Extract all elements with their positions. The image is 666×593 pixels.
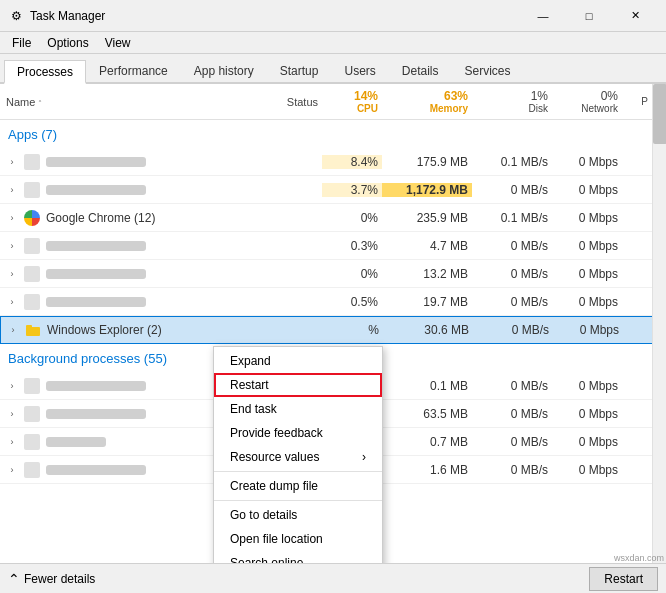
cell-name: › [2, 294, 242, 310]
sort-arrow-icon: ˄ [38, 99, 42, 108]
cell-memory: 1,172.9 MB [382, 183, 472, 197]
cell-name: › Windows Explorer (2) [3, 322, 243, 338]
expand-icon[interactable]: › [6, 408, 18, 420]
menu-bar: File Options View [0, 32, 666, 54]
cell-name: › [2, 462, 242, 478]
expand-icon[interactable]: › [6, 268, 18, 280]
cell-memory: 13.2 MB [382, 267, 472, 281]
ctx-provide-feedback[interactable]: Provide feedback [214, 421, 382, 445]
tab-services[interactable]: Services [452, 58, 524, 82]
col-disk[interactable]: 1% Disk [472, 89, 552, 114]
explorer-icon [25, 322, 41, 338]
submenu-arrow-icon: › [362, 450, 366, 464]
window-controls: — □ ✕ [520, 0, 658, 32]
tab-processes[interactable]: Processes [4, 60, 86, 84]
app-icon-placeholder [24, 238, 40, 254]
app-icon-placeholder [24, 434, 40, 450]
cell-cpu: 0.5% [322, 295, 382, 309]
memory-percent: 63% [386, 89, 468, 103]
ctx-open-file-location[interactable]: Open file location [214, 527, 382, 551]
expand-icon[interactable]: › [6, 212, 18, 224]
cell-cpu: % [323, 323, 383, 337]
expand-icon[interactable]: › [6, 184, 18, 196]
menu-file[interactable]: File [4, 34, 39, 52]
menu-options[interactable]: Options [39, 34, 96, 52]
col-memory[interactable]: 63% Memory [382, 89, 472, 114]
expand-icon[interactable]: › [6, 296, 18, 308]
expand-icon[interactable]: › [6, 380, 18, 392]
col-network[interactable]: 0% Network [552, 89, 622, 114]
ctx-create-dump[interactable]: Create dump file [214, 474, 382, 498]
cell-disk: 0 MB/s [472, 379, 552, 393]
table-row[interactable]: › 0.3% 4.7 MB 0 MB/s 0 Mbps [0, 232, 666, 260]
app-icon-placeholder [24, 406, 40, 422]
app-name-blurred [46, 241, 146, 251]
ctx-expand[interactable]: Expand [214, 349, 382, 373]
table-row[interactable]: › 8.4% 175.9 MB 0.1 MB/s 0 Mbps [0, 148, 666, 176]
expand-icon[interactable]: › [6, 156, 18, 168]
tab-users[interactable]: Users [331, 58, 388, 82]
cell-cpu: 0% [322, 211, 382, 225]
col-status[interactable]: Status [242, 96, 322, 108]
col-power[interactable]: P [622, 96, 652, 107]
fewer-details-button[interactable]: ⌃ Fewer details [8, 571, 95, 587]
network-percent: 0% [556, 89, 618, 103]
col-cpu[interactable]: 14% CPU [322, 89, 382, 114]
app-name-blurred [46, 297, 146, 307]
title-bar: ⚙ Task Manager — □ ✕ [0, 0, 666, 32]
fewer-details-label: Fewer details [24, 572, 95, 586]
app-icon: ⚙ [8, 8, 24, 24]
expand-icon[interactable]: › [7, 324, 19, 336]
chrome-icon [24, 210, 40, 226]
tab-details[interactable]: Details [389, 58, 452, 82]
cell-name: › [2, 406, 242, 422]
ctx-resource-values[interactable]: Resource values › [214, 445, 382, 469]
app-name-blurred [46, 437, 106, 447]
expand-icon[interactable]: › [6, 240, 18, 252]
chevron-up-icon: ⌃ [8, 571, 20, 587]
cell-name: › [2, 434, 242, 450]
tab-startup[interactable]: Startup [267, 58, 332, 82]
window-title: Task Manager [30, 9, 520, 23]
ctx-go-to-details[interactable]: Go to details [214, 503, 382, 527]
windows-explorer-row[interactable]: › Windows Explorer (2) % 30.6 MB 0 MB/s … [0, 316, 666, 344]
cell-cpu: 8.4% [322, 155, 382, 169]
table-row[interactable]: › Google Chrome (12) 0% 235.9 MB 0.1 MB/… [0, 204, 666, 232]
svg-rect-0 [26, 327, 40, 336]
app-name-explorer: Windows Explorer (2) [47, 323, 162, 337]
expand-icon[interactable]: › [6, 436, 18, 448]
cell-memory: 0.7 MB [382, 435, 472, 449]
ctx-end-task[interactable]: End task [214, 397, 382, 421]
maximize-button[interactable]: □ [566, 0, 612, 32]
cell-cpu: 0.3% [322, 239, 382, 253]
menu-view[interactable]: View [97, 34, 139, 52]
cell-cpu: 3.7% [322, 183, 382, 197]
cell-disk: 0 MB/s [472, 435, 552, 449]
cell-name: › [2, 378, 242, 394]
cell-memory: 30.6 MB [383, 323, 473, 337]
cell-network: 0 Mbps [552, 295, 622, 309]
section-apps[interactable]: Apps (7) [0, 120, 666, 148]
ctx-separator-2 [214, 500, 382, 501]
close-button[interactable]: ✕ [612, 0, 658, 32]
minimize-button[interactable]: — [520, 0, 566, 32]
table-row[interactable]: › 0.5% 19.7 MB 0 MB/s 0 Mbps [0, 288, 666, 316]
restart-button[interactable]: Restart [589, 567, 658, 591]
tab-app-history[interactable]: App history [181, 58, 267, 82]
table-row[interactable]: › 0% 13.2 MB 0 MB/s 0 Mbps [0, 260, 666, 288]
svg-rect-1 [26, 325, 32, 328]
ctx-restart[interactable]: Restart [214, 373, 382, 397]
cell-memory: 235.9 MB [382, 211, 472, 225]
scroll-thumb[interactable] [653, 84, 666, 144]
tab-performance[interactable]: Performance [86, 58, 181, 82]
vertical-scrollbar[interactable] [652, 84, 666, 563]
cell-memory: 63.5 MB [382, 407, 472, 421]
cell-network: 0 Mbps [552, 239, 622, 253]
cell-name: › Google Chrome (12) [2, 210, 242, 226]
app-name-blurred [46, 269, 146, 279]
ctx-search-online[interactable]: Search online [214, 551, 382, 563]
expand-icon[interactable]: › [6, 464, 18, 476]
col-name[interactable]: Name ˄ [2, 96, 242, 108]
table-row[interactable]: › 3.7% 1,172.9 MB 0 MB/s 0 Mbps [0, 176, 666, 204]
tab-bar: Processes Performance App history Startu… [0, 54, 666, 84]
